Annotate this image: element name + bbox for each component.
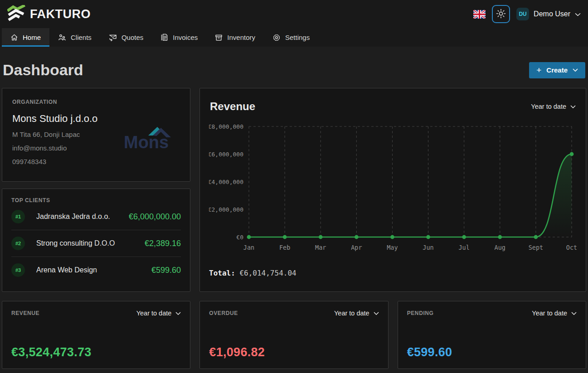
nav-tab-label: Clients [71, 34, 92, 41]
main-nav: Home Clients Quotes Invoices Inventory S… [0, 28, 588, 47]
svg-text:Feb: Feb [279, 244, 290, 251]
svg-text:€2,000,000: €2,000,000 [209, 206, 243, 213]
nav-tab-settings[interactable]: Settings [264, 28, 318, 47]
invoices-icon [160, 34, 168, 41]
theme-toggle-button[interactable] [492, 5, 510, 23]
revenue-total-label: Total: [209, 269, 235, 277]
svg-text:Jul: Jul [458, 244, 469, 251]
clients-icon [58, 34, 66, 41]
chevron-down-icon [570, 105, 576, 108]
client-name: Arena Web Design [36, 266, 151, 274]
svg-text:Mar: Mar [315, 244, 326, 251]
top-clients-card: TOP CLIENTS #1 Jadranska Jedra d.o.o. €6… [2, 189, 190, 292]
nav-tab-label: Home [23, 34, 41, 41]
client-name: Strong consulting D.O.O [36, 239, 145, 247]
client-name: Jadranska Jedra d.o.o. [36, 213, 129, 221]
chevron-down-icon [573, 68, 578, 72]
chevron-down-icon [175, 312, 181, 315]
top-client-row[interactable]: #2 Strong consulting D.O.O €2,389.16 [11, 230, 181, 257]
nav-tab-invoices[interactable]: Invoices [152, 28, 206, 47]
summary-card-value: €1,096.82 [209, 345, 379, 359]
svg-text:Sept: Sept [529, 244, 544, 251]
organization-section-label: ORGANIZATION [12, 99, 57, 105]
nav-tab-label: Invoices [173, 34, 198, 41]
app-header: FAKTURO [0, 0, 588, 28]
inventory-icon [215, 34, 223, 41]
summary-card-value: €599.60 [407, 345, 577, 359]
summary-card-label: REVENUE [11, 310, 39, 316]
fakturo-chevrons-icon [7, 5, 25, 23]
chevron-down-icon [374, 312, 379, 315]
settings-icon [272, 34, 281, 42]
summary-card-value: €3,524,473.73 [11, 345, 181, 359]
top-clients-section-label: TOP CLIENTS [11, 194, 181, 203]
nav-tab-label: Quotes [121, 34, 143, 41]
revenue-line-chart: €0€2,000,000€4,000,000€6,000,000€8,000,0… [209, 119, 577, 262]
svg-text:€4,000,000: €4,000,000 [209, 179, 243, 185]
svg-text:May: May [387, 244, 398, 251]
page-title: Dashboard [3, 61, 83, 79]
revenue-total-value: €6,014,754.04 [239, 269, 296, 277]
summary-card-revenue: REVENUE Year to date €3,524,473.73 [2, 301, 190, 369]
summary-range-dropdown[interactable]: Year to date [334, 310, 379, 317]
summary-range-dropdown[interactable]: Year to date [136, 310, 181, 317]
brand-name: FAKTURO [30, 7, 91, 21]
summary-cards-row: REVENUE Year to date €3,524,473.73 OVERD… [2, 301, 586, 369]
revenue-chart-title: Revenue [210, 100, 255, 113]
user-name: Demo User [534, 10, 570, 18]
mons-company-logo: Mons [123, 124, 176, 154]
svg-text:Oct: Oct [566, 244, 577, 251]
chevron-down-icon [575, 10, 581, 18]
nav-tab-home[interactable]: Home [2, 28, 49, 47]
svg-text:Jun: Jun [423, 244, 433, 251]
revenue-range-dropdown[interactable]: Year to date [531, 103, 576, 110]
summary-range-label: Year to date [334, 310, 369, 317]
nav-tab-quotes[interactable]: Quotes [100, 28, 152, 47]
client-amount: €599.60 [151, 266, 181, 275]
summary-range-dropdown[interactable]: Year to date [532, 310, 577, 317]
organization-name: Mons Studio j.d.o.o [12, 113, 180, 125]
top-client-row[interactable]: #1 Jadranska Jedra d.o.o. €6,000,000.00 [11, 203, 181, 230]
nav-tab-clients[interactable]: Clients [49, 28, 100, 47]
summary-card-overdue: OVERDUE Year to date €1,096.82 [199, 301, 388, 369]
svg-text:Apr: Apr [351, 244, 362, 251]
language-flag-icon[interactable] [473, 10, 486, 19]
svg-text:€8,000,000: €8,000,000 [209, 123, 243, 130]
summary-range-label: Year to date [532, 310, 567, 317]
sun-icon [496, 9, 506, 20]
svg-text:Jan: Jan [243, 244, 254, 251]
nav-tab-inventory[interactable]: Inventory [206, 28, 264, 47]
revenue-range-label: Year to date [531, 103, 566, 110]
client-amount: €2,389.16 [145, 239, 181, 248]
create-button-label: Create [546, 66, 568, 74]
user-menu[interactable]: DU Demo User [516, 8, 581, 20]
organization-card: ORGANIZATION Mons Studio j.d.o.o M Tita … [2, 88, 190, 182]
summary-range-label: Year to date [136, 310, 172, 317]
svg-text:Aug: Aug [495, 244, 505, 251]
client-amount: €6,000,000.00 [129, 212, 181, 222]
plus-icon: + [536, 66, 541, 74]
organization-phone: 099748343 [12, 158, 180, 165]
rank-badge: #3 [11, 263, 25, 277]
svg-text:€0: €0 [236, 234, 243, 241]
avatar: DU [516, 8, 529, 20]
nav-tab-label: Settings [285, 34, 310, 41]
svg-text:Mons: Mons [124, 133, 169, 152]
brand-logo[interactable]: FAKTURO [7, 5, 91, 23]
nav-tab-label: Inventory [227, 34, 255, 41]
summary-card-label: PENDING [407, 310, 434, 316]
summary-card-pending: PENDING Year to date €599.60 [398, 301, 586, 369]
home-icon [10, 34, 18, 41]
quotes-icon [109, 34, 117, 41]
top-client-row[interactable]: #3 Arena Web Design €599.60 [11, 257, 181, 283]
rank-badge: #2 [11, 237, 25, 250]
chevron-down-icon [571, 312, 577, 315]
summary-card-label: OVERDUE [209, 310, 238, 316]
create-button[interactable]: + Create [529, 62, 585, 78]
top-clients-list: #1 Jadranska Jedra d.o.o. €6,000,000.00#… [11, 203, 181, 283]
svg-text:€6,000,000: €6,000,000 [209, 151, 243, 158]
rank-badge: #1 [11, 210, 25, 223]
revenue-chart-card: Revenue Year to date €0€2,000,000€4,000,… [199, 88, 586, 292]
revenue-total: Total: €6,014,754.04 [209, 269, 577, 277]
